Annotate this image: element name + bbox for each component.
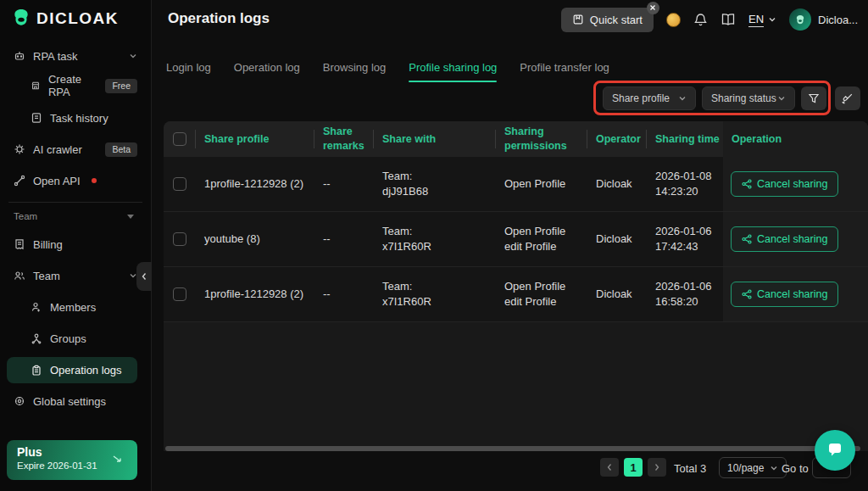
cancel-sharing-button[interactable]: Cancel sharing bbox=[731, 282, 838, 307]
sidebar-item-create-rpa[interactable]: Create RPA Free bbox=[31, 75, 137, 97]
chat-icon bbox=[825, 440, 845, 460]
cell-share-profile: 1profile-1212928 (2) bbox=[196, 287, 314, 302]
language-selector[interactable]: EN bbox=[748, 13, 776, 27]
store-icon bbox=[31, 80, 41, 92]
row-checkbox[interactable] bbox=[173, 232, 186, 246]
cell-share-with: Team: djJ91B68 bbox=[374, 169, 496, 198]
docs-book-icon[interactable] bbox=[721, 13, 736, 26]
plan-name: Plus bbox=[17, 445, 127, 459]
cancel-sharing-label: Cancel sharing bbox=[757, 178, 827, 190]
table-row: 1profile-1212928 (2) -- Team: djJ91B68 O… bbox=[164, 157, 868, 212]
cell-share-profile: 1profile-1212928 (2) bbox=[196, 176, 314, 192]
cell-sharing-permissions: Open Profile edit Profile bbox=[496, 224, 587, 254]
row-checkbox[interactable] bbox=[173, 287, 186, 301]
sidebar-item-rpa-task[interactable]: RPA task bbox=[14, 45, 137, 67]
plan-expire: Expire 2026-01-31 bbox=[17, 460, 127, 471]
cancel-sharing-label: Cancel sharing bbox=[757, 288, 827, 300]
sidebar-section-team[interactable]: Team bbox=[14, 211, 134, 221]
sidebar-item-billing[interactable]: Billing bbox=[14, 233, 137, 255]
tab-profile-transfer-log[interactable]: Profile transfer log bbox=[520, 61, 609, 82]
cancel-sharing-label: Cancel sharing bbox=[757, 233, 827, 245]
filter-button[interactable] bbox=[801, 86, 826, 110]
coin-icon[interactable] bbox=[666, 13, 681, 27]
col-operation: Operation bbox=[723, 121, 868, 157]
col-share-profile: Share profile bbox=[196, 121, 314, 157]
sidebar-item-ai-crawler[interactable]: AI crawler Beta bbox=[14, 138, 137, 160]
cell-sharing-permissions: Open Profile bbox=[496, 176, 587, 192]
cell-sharing-time: 2026-01-06 16:58:20 bbox=[647, 279, 723, 309]
chevron-right-icon bbox=[654, 463, 660, 471]
sidebar-item-team[interactable]: Team bbox=[14, 265, 137, 287]
chevron-down-icon bbox=[768, 15, 776, 24]
cell-operator: Dicloak bbox=[587, 176, 647, 192]
tab-login-log[interactable]: Login log bbox=[166, 61, 211, 82]
chat-widget-button[interactable] bbox=[815, 430, 855, 471]
sidebar-item-task-history[interactable]: Task history bbox=[31, 107, 137, 129]
quick-start-button[interactable]: Quick start bbox=[561, 8, 654, 32]
clear-filters-button[interactable] bbox=[835, 86, 860, 110]
share-icon bbox=[742, 289, 752, 299]
brand-name: DICLOAK bbox=[36, 9, 119, 28]
sidebar-divider bbox=[8, 202, 142, 203]
sidebar-item-operation-logs[interactable]: Operation logs bbox=[7, 357, 137, 383]
prev-page-button[interactable] bbox=[600, 458, 619, 477]
notification-dot bbox=[92, 178, 97, 183]
page-size-value: 10/page bbox=[727, 462, 764, 474]
sidebar-item-open-api[interactable]: Open API bbox=[14, 170, 137, 192]
sidebar-item-label: Billing bbox=[33, 238, 63, 251]
sidebar-item-members[interactable]: Members bbox=[31, 296, 137, 318]
cancel-sharing-button[interactable]: Cancel sharing bbox=[731, 171, 838, 197]
sharing-status-select[interactable]: Sharing status bbox=[702, 86, 795, 110]
sidebar-item-label: Task history bbox=[50, 112, 108, 125]
select-all-checkbox[interactable] bbox=[173, 132, 186, 146]
brush-icon bbox=[842, 92, 854, 104]
cell-share-with: Team: x7I1R60R bbox=[374, 224, 496, 254]
share-icon bbox=[742, 179, 752, 189]
sidebar-item-groups[interactable]: Groups bbox=[31, 327, 137, 349]
tab-profile-sharing-log[interactable]: Profile sharing log bbox=[409, 61, 497, 82]
cell-sharing-permissions: Open Profile edit Profile bbox=[496, 279, 587, 309]
col-operator: Operator bbox=[587, 121, 647, 157]
horizontal-scrollbar[interactable] bbox=[165, 446, 860, 451]
billing-icon bbox=[14, 238, 25, 250]
sidebar-item-global-settings[interactable]: Global settings bbox=[14, 390, 137, 412]
user-name: Dicloa... bbox=[818, 14, 858, 26]
table-row: youtube (8) -- Team: x7I1R60R Open Profi… bbox=[164, 212, 868, 267]
row-checkbox[interactable] bbox=[173, 177, 186, 191]
col-sharing-time: Sharing time bbox=[647, 132, 723, 147]
chevron-down-icon bbox=[777, 94, 786, 103]
share-profile-select-value: Share profile bbox=[612, 92, 670, 104]
bell-icon[interactable] bbox=[693, 13, 708, 27]
language-label: EN bbox=[748, 13, 764, 27]
tab-browsing-log[interactable]: Browsing log bbox=[323, 61, 386, 82]
chevron-left-icon bbox=[606, 463, 613, 471]
table-header-row: Share profile Share remarks Share with S… bbox=[164, 121, 868, 157]
sidebar-item-label: AI crawler bbox=[33, 143, 82, 156]
plan-card[interactable]: Plus Expire 2026-01-31 bbox=[7, 440, 137, 480]
page-size-select[interactable]: 10/page bbox=[719, 457, 787, 478]
next-page-button[interactable] bbox=[648, 458, 666, 477]
tab-operation-log[interactable]: Operation log bbox=[234, 61, 300, 82]
page-number-button[interactable]: 1 bbox=[624, 458, 643, 477]
sidebar-item-label: Global settings bbox=[33, 395, 106, 408]
sidebar-collapse-button[interactable] bbox=[136, 262, 152, 291]
col-share-remarks: Share remarks bbox=[314, 121, 374, 157]
user-menu[interactable]: Dicloa... bbox=[789, 8, 858, 31]
cell-share-with: Team: x7I1R60R bbox=[374, 279, 496, 309]
sidebar-item-label: RPA task bbox=[33, 50, 78, 63]
table-row: 1profile-1212928 (2) -- Team: x7I1R60R O… bbox=[164, 267, 868, 322]
share-profile-select[interactable]: Share profile bbox=[603, 86, 696, 110]
topbar-actions: Quick start EN Dicloa... bbox=[561, 7, 858, 32]
sidebar-item-label: Operation logs bbox=[50, 364, 122, 377]
share-icon bbox=[742, 234, 752, 244]
cancel-sharing-button[interactable]: Cancel sharing bbox=[731, 226, 838, 252]
brand-logo[interactable]: DICLOAK bbox=[11, 8, 119, 29]
beta-badge: Beta bbox=[105, 142, 137, 157]
triangle-down-icon bbox=[127, 215, 134, 219]
close-icon[interactable] bbox=[647, 2, 659, 14]
guide-book-icon bbox=[572, 14, 584, 25]
quick-start-label: Quick start bbox=[590, 14, 643, 26]
robot-icon bbox=[14, 50, 25, 62]
arrow-icon bbox=[112, 454, 124, 464]
cell-share-profile: youtube (8) bbox=[196, 232, 314, 247]
